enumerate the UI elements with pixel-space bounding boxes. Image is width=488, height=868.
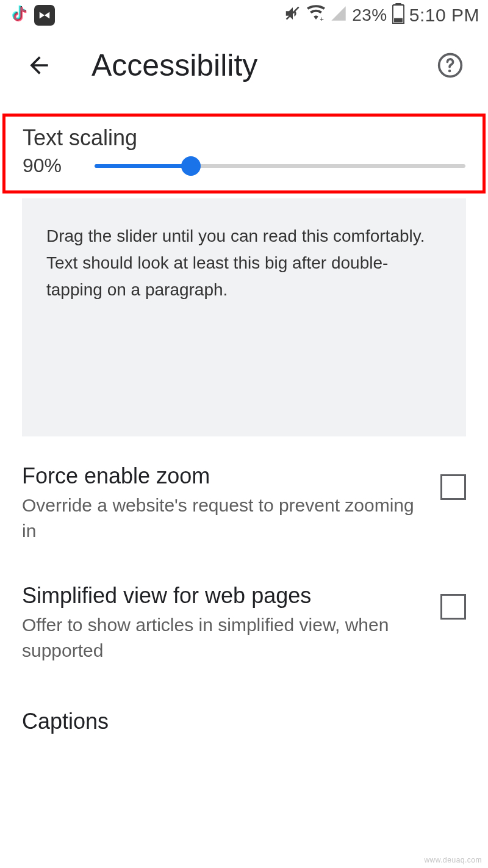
simplified-view-item[interactable]: Simplified view for web pages Offer to s… [0,556,488,676]
text-scaling-preview: Drag the slider until you can read this … [22,198,466,436]
arrow-left-icon [26,52,52,79]
text-scaling-slider[interactable] [95,155,465,177]
watermark: www.deuaq.com [424,856,482,864]
battery-icon [392,3,404,28]
svg-rect-3 [394,18,403,22]
back-button[interactable] [22,48,56,82]
help-button[interactable] [434,49,466,81]
signal-icon [330,5,347,26]
svg-rect-2 [395,3,401,5]
force-zoom-item[interactable]: Force enable zoom Override a website's r… [0,436,488,556]
svg-text:+: + [320,15,324,22]
simplified-view-title: Simplified view for web pages [22,583,428,609]
status-bar: + 23% 5:10 PM [0,0,488,31]
text-scaling-label: Text scaling [23,125,465,151]
slider-thumb[interactable] [181,156,201,176]
clock-text: 5:10 PM [409,5,479,26]
preview-text: Drag the slider until you can read this … [46,223,442,303]
page-title: Accessibility [92,48,257,83]
svg-point-5 [448,70,451,72]
battery-percent: 23% [352,5,387,25]
force-zoom-title: Force enable zoom [22,463,428,489]
help-icon [437,52,464,79]
tiktok-icon [9,4,28,27]
text-scaling-value: 90% [23,154,79,177]
force-zoom-checkbox[interactable] [440,474,466,500]
simplified-view-desc: Offer to show articles in simplified vie… [22,612,428,664]
mute-icon [284,4,302,27]
app-bar: Accessibility [0,31,488,98]
text-scaling-row: 90% [23,154,465,177]
status-left [9,4,55,27]
capcut-icon [34,5,55,26]
slider-fill [95,164,191,168]
text-scaling-highlight: Text scaling 90% [2,114,486,193]
status-right: + 23% 5:10 PM [284,3,479,28]
captions-title: Captions [22,709,466,734]
simplified-view-checkbox[interactable] [440,594,466,620]
wifi-icon: + [307,4,325,27]
force-zoom-desc: Override a website's request to prevent … [22,493,428,544]
captions-item[interactable]: Captions [0,676,488,747]
